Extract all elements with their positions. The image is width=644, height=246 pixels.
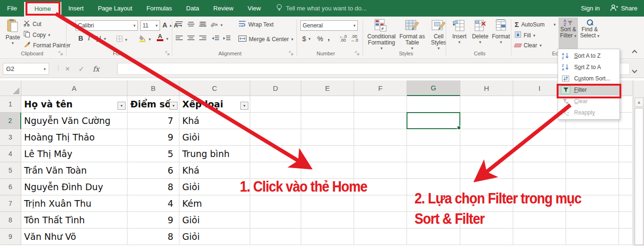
font-family-combo[interactable]: Calibri ▾ bbox=[76, 20, 138, 31]
row-header-9[interactable]: 9 bbox=[0, 228, 21, 245]
menu-item-clear[interactable]: Clear bbox=[558, 96, 619, 107]
cell-c4[interactable]: Trung bình bbox=[179, 146, 250, 162]
tab-home[interactable]: Home bbox=[24, 2, 61, 17]
cell-j5[interactable] bbox=[566, 162, 619, 179]
cell-a3[interactable]: Hoàng Thị Thảo bbox=[21, 129, 127, 146]
expand-formula-bar-button[interactable] bbox=[633, 66, 636, 74]
cell-e8[interactable] bbox=[301, 212, 354, 228]
filter-dropdown-button-c1[interactable]: ▾ bbox=[240, 102, 248, 110]
cell-j4[interactable] bbox=[566, 146, 619, 162]
cell-g7[interactable] bbox=[407, 195, 460, 212]
cell-f5[interactable] bbox=[354, 162, 407, 179]
cell-b1[interactable]: Điểm số ▾ bbox=[127, 96, 179, 113]
cell-f6[interactable] bbox=[354, 179, 407, 195]
cell-b6[interactable]: 8 bbox=[127, 179, 179, 195]
conditional-formatting-button[interactable]: ≠ Conditional Formatting ▾ bbox=[366, 19, 397, 51]
cell-i6[interactable] bbox=[513, 179, 566, 195]
selected-cell-g2[interactable] bbox=[407, 112, 460, 129]
cell-j3[interactable] bbox=[566, 129, 619, 146]
copy-button[interactable]: Copy ▾ bbox=[24, 31, 51, 39]
menu-item-reapply[interactable]: Reapply bbox=[558, 107, 619, 118]
tab-file[interactable]: File bbox=[0, 0, 24, 16]
cancel-entry-icon[interactable]: × bbox=[65, 64, 70, 74]
cell-f3[interactable] bbox=[354, 129, 407, 146]
sign-in-link[interactable]: Sign in bbox=[581, 5, 600, 12]
cell-h7[interactable] bbox=[460, 195, 513, 212]
cell-d5[interactable] bbox=[250, 162, 301, 179]
cell-d3[interactable] bbox=[250, 129, 301, 146]
cell-d8[interactable] bbox=[250, 212, 301, 228]
number-dialog-launcher-icon[interactable] bbox=[355, 51, 361, 57]
cell-j7[interactable] bbox=[566, 195, 619, 212]
cell-d2[interactable] bbox=[250, 113, 301, 129]
clear-button[interactable]: Clear ▾ bbox=[515, 42, 542, 49]
row-header-4[interactable]: 4 bbox=[0, 146, 21, 162]
number-format-combo[interactable]: General ▾ bbox=[300, 20, 358, 31]
tab-data[interactable]: Data bbox=[179, 0, 206, 16]
paste-button[interactable]: Paste ▾ bbox=[4, 19, 22, 45]
cell-i8[interactable] bbox=[513, 212, 566, 228]
cell-d7[interactable] bbox=[250, 195, 301, 212]
cell-b9[interactable]: 8 bbox=[127, 228, 179, 245]
tab-formulas[interactable]: Formulas bbox=[139, 0, 179, 16]
cell-g3[interactable] bbox=[407, 129, 460, 146]
cell-d4[interactable] bbox=[250, 146, 301, 162]
cell-j9[interactable] bbox=[566, 228, 619, 245]
filter-dropdown-button-a1[interactable]: ▾ bbox=[118, 102, 126, 110]
tab-page-layout[interactable]: Page Layout bbox=[91, 0, 139, 16]
cell-a8[interactable]: Tôn Thất Tình bbox=[21, 212, 127, 228]
cell-g4[interactable] bbox=[407, 146, 460, 162]
row-header-3[interactable]: 3 bbox=[0, 129, 21, 146]
cell-b5[interactable]: 6 bbox=[127, 162, 179, 179]
cell-e4[interactable] bbox=[301, 146, 354, 162]
cell-g9[interactable] bbox=[407, 228, 460, 245]
underline-caret-icon[interactable]: ▾ bbox=[104, 36, 106, 41]
row-header-8[interactable]: 8 bbox=[0, 212, 21, 228]
borders-button[interactable]: ▾ bbox=[116, 35, 127, 44]
cell-b8[interactable]: 9 bbox=[127, 212, 179, 228]
cell-i9[interactable] bbox=[513, 228, 566, 245]
share-button[interactable]: Share bbox=[610, 4, 637, 13]
cell-c5[interactable]: Khá bbox=[179, 162, 250, 179]
cell-h2[interactable] bbox=[460, 113, 513, 129]
sort-filter-button[interactable]: AZ Sort & Filter ▾ bbox=[559, 18, 578, 49]
cell-e1[interactable] bbox=[301, 96, 354, 113]
vertical-align-buttons[interactable] bbox=[176, 21, 206, 27]
cell-k8[interactable] bbox=[619, 212, 633, 228]
cell-h6[interactable] bbox=[460, 179, 513, 195]
cell-a9[interactable]: Văn Như Võ bbox=[21, 228, 127, 245]
clipboard-dialog-launcher-icon[interactable] bbox=[59, 51, 64, 57]
indent-buttons[interactable] bbox=[212, 35, 230, 41]
cell-c1[interactable]: Xếp loại ▾ bbox=[179, 96, 250, 113]
cell-j8[interactable] bbox=[566, 212, 619, 228]
cell-d6[interactable] bbox=[250, 179, 301, 195]
cell-f1[interactable] bbox=[354, 96, 407, 113]
font-size-combo[interactable]: 11 ▾ bbox=[140, 20, 160, 31]
currency-button[interactable]: $ ▾ bbox=[302, 35, 311, 43]
cell-c7[interactable]: Kém bbox=[179, 195, 250, 212]
cell-e7[interactable] bbox=[301, 195, 354, 212]
cell-c3[interactable]: Giỏi bbox=[179, 129, 250, 146]
increase-font-icon[interactable]: A▴ bbox=[162, 21, 171, 29]
cut-button[interactable]: Cut bbox=[24, 20, 42, 28]
row-header-2[interactable]: 2 bbox=[0, 113, 21, 129]
cell-e6[interactable] bbox=[301, 179, 354, 195]
cell-c6[interactable]: Giỏi bbox=[179, 179, 250, 195]
font-color-caret-icon[interactable]: ▾ bbox=[166, 36, 169, 41]
decrease-decimal-button[interactable]: .00→.0 bbox=[350, 35, 358, 42]
collapse-ribbon-button[interactable] bbox=[633, 51, 636, 54]
row-header-7[interactable]: 7 bbox=[0, 195, 21, 212]
cell-k3[interactable] bbox=[619, 129, 633, 146]
cell-b2[interactable]: 7 bbox=[127, 113, 179, 129]
cell-k7[interactable] bbox=[619, 195, 633, 212]
cell-b3[interactable]: 9 bbox=[127, 129, 179, 146]
col-header-partial[interactable] bbox=[619, 80, 633, 96]
cell-k9[interactable] bbox=[619, 228, 633, 245]
tell-me-box[interactable]: Tell me what you want to do... bbox=[276, 4, 366, 13]
cell-c9[interactable]: Giỏi bbox=[179, 228, 250, 245]
tab-review[interactable]: Review bbox=[206, 0, 241, 16]
cell-k4[interactable] bbox=[619, 146, 633, 162]
wrap-text-button[interactable]: Wrap Text bbox=[238, 20, 274, 28]
row-header-5[interactable]: 5 bbox=[0, 162, 21, 179]
cell-d1[interactable] bbox=[250, 96, 301, 113]
